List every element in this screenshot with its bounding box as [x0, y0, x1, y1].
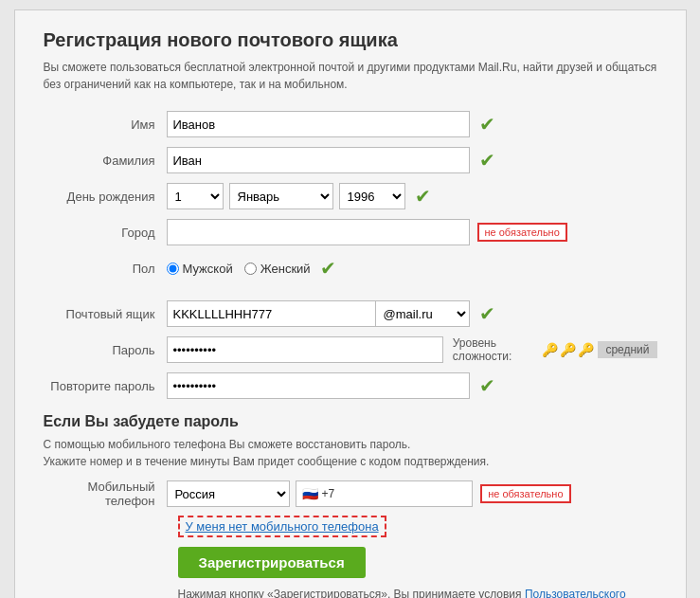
password-row: Пароль Уровень сложности: 🔑 🔑 🔑 средний [44, 335, 657, 364]
city-row: Город не обязательно [44, 218, 657, 246]
lastname-input[interactable] [167, 147, 470, 173]
phone-not-required-badge: не обязательно [480, 484, 570, 503]
page-title: Регистрация нового почтового ящика [44, 29, 657, 51]
terms-text: Нажимая кнопку «Зарегистрироваться», Вы … [178, 588, 657, 598]
birthday-label: День рождения [44, 190, 167, 204]
key-icon-1: 🔑 [542, 342, 558, 357]
gender-male-text: Мужской [183, 262, 233, 276]
phone-country-select[interactable]: Россия Украина Беларусь Казахстан [167, 480, 290, 507]
firstname-checkmark: ✔ [479, 113, 495, 136]
birthday-year-select[interactable]: 1996199519941993 1992199119901989 198819… [339, 183, 405, 209]
email-row: Почтовый ящик @mail.ru @inbox.ru @list.r… [44, 299, 657, 328]
register-btn-wrapper: Зарегистрироваться [178, 547, 657, 578]
birthday-selects: 12345 678910 1112131415 1617181920 21222… [167, 183, 405, 209]
strength-indicator: Уровень сложности: 🔑 🔑 🔑 средний [453, 336, 657, 363]
recovery-heading: Если Вы забудете пароль [44, 413, 657, 430]
gender-row: Пол Мужской Женский ✔ [44, 254, 657, 282]
email-label: Почтовый ящик [44, 307, 167, 321]
phone-number-input[interactable] [340, 480, 473, 507]
gender-female-radio[interactable] [244, 263, 257, 275]
key-icon-3: 🔑 [578, 342, 594, 357]
confirm-password-row: Повторите пароль ✔ [44, 371, 657, 400]
recovery-section: Если Вы забудете пароль С помощью мобиль… [44, 413, 657, 470]
gender-female-label[interactable]: Женский [244, 262, 311, 276]
phone-input-wrapper: 🇷🇺 +7 [296, 480, 474, 507]
firstname-row: Имя ✔ [44, 110, 657, 138]
firstname-input[interactable] [167, 111, 470, 137]
gender-male-radio[interactable] [167, 263, 179, 275]
strength-level: средний [598, 341, 656, 358]
email-input-group: @mail.ru @inbox.ru @list.ru @bk.ru [167, 300, 470, 327]
password-input[interactable] [167, 336, 443, 363]
gender-options: Мужской Женский [167, 262, 311, 276]
phone-prefix-text: +7 [322, 487, 335, 500]
phone-flag-prefix: 🇷🇺 +7 [296, 480, 341, 507]
confirm-password-label: Повторите пароль [44, 379, 167, 393]
confirm-password-checkmark: ✔ [479, 374, 495, 397]
lastname-row: Фамилия ✔ [44, 146, 657, 174]
email-checkmark: ✔ [479, 302, 495, 325]
terms-before-link: Нажимая кнопку «Зарегистрироваться», Вы … [178, 588, 522, 598]
gender-label: Пол [44, 262, 167, 276]
birthday-month-select[interactable]: ЯнварьФевральМартАпрель МайИюньИюльАвгус… [229, 183, 333, 209]
lastname-checkmark: ✔ [479, 149, 495, 172]
registration-form: Регистрация нового почтового ящика Вы см… [14, 9, 687, 598]
city-not-required-badge: не обязательно [477, 223, 567, 242]
page-subtitle: Вы сможете пользоваться бесплатной элект… [44, 59, 657, 93]
city-label: Город [44, 226, 167, 240]
phone-row: Мобильный телефон Россия Украина Беларус… [44, 480, 657, 508]
key-icon-2: 🔑 [560, 342, 576, 357]
no-phone-link[interactable]: У меня нет мобильного телефона [178, 516, 386, 537]
birthday-day-select[interactable]: 12345 678910 1112131415 1617181920 21222… [167, 183, 224, 209]
city-input[interactable] [167, 219, 470, 245]
strength-label-text: Уровень сложности: [453, 336, 539, 363]
recovery-text: С помощью мобильного телефона Вы сможете… [44, 436, 657, 470]
password-label: Пароль [44, 343, 167, 357]
no-phone-wrapper: У меня нет мобильного телефона [178, 516, 657, 537]
russia-flag: 🇷🇺 [302, 486, 318, 501]
firstname-label: Имя [44, 118, 167, 132]
birthday-row: День рождения 12345 678910 1112131415 16… [44, 182, 657, 210]
email-domain-select[interactable]: @mail.ru @inbox.ru @list.ru @bk.ru [375, 300, 470, 327]
birthday-checkmark: ✔ [415, 185, 431, 208]
gender-male-label[interactable]: Мужской [167, 262, 233, 276]
phone-label: Мобильный телефон [44, 480, 167, 508]
register-button[interactable]: Зарегистрироваться [178, 547, 366, 578]
email-input[interactable] [167, 300, 375, 327]
lastname-label: Фамилия [44, 154, 167, 168]
gender-checkmark: ✔ [320, 257, 336, 280]
gender-female-text: Женский [260, 262, 311, 276]
confirm-password-input[interactable] [167, 372, 470, 399]
strength-keys: 🔑 🔑 🔑 [542, 342, 594, 357]
